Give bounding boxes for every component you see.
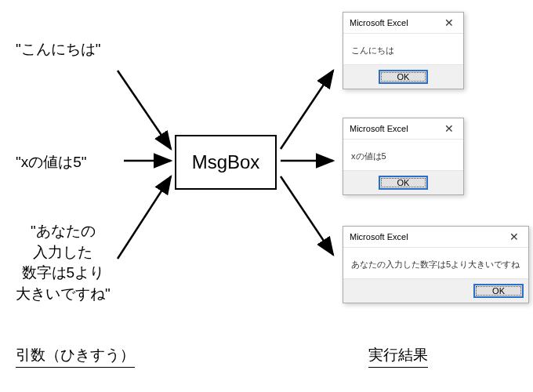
dialog-title-text: Microsoft Excel: [350, 18, 408, 27]
dialog-titlebar: Microsoft Excel ✕: [343, 118, 463, 140]
dialog-footer: OK: [343, 64, 463, 89]
dialog-title-text: Microsoft Excel: [350, 232, 408, 241]
ok-button[interactable]: OK: [473, 284, 524, 298]
close-icon[interactable]: ✕: [506, 230, 522, 243]
dialog-3: Microsoft Excel ✕ あなたの入力した数字は5より大きいですね O…: [343, 226, 529, 303]
svg-line-6: [281, 176, 333, 255]
input-text-3: "あなたの 入力した 数字は5より 大きいですね": [16, 221, 111, 304]
ok-button[interactable]: OK: [379, 176, 429, 190]
svg-line-4: [281, 71, 333, 149]
results-caption: 実行結果: [368, 345, 428, 368]
input-text-1: "こんにちは": [16, 39, 101, 60]
dialog-body-2: xの値は5: [343, 140, 463, 170]
close-icon[interactable]: ✕: [441, 122, 457, 135]
dialog-titlebar: Microsoft Excel ✕: [343, 227, 528, 248]
dialog-body-3: あなたの入力した数字は5より大きいですね: [343, 248, 528, 278]
arguments-caption: 引数（ひきすう）: [16, 345, 135, 368]
input-text-3-line2: 入力した: [33, 244, 92, 260]
input-text-2: "xの値は5": [16, 152, 87, 173]
dialog-2: Microsoft Excel ✕ xの値は5 OK: [343, 118, 464, 195]
close-icon[interactable]: ✕: [441, 16, 457, 29]
dialog-1: Microsoft Excel ✕ こんにちは OK: [343, 12, 464, 89]
dialog-body-1: こんにちは: [343, 34, 463, 64]
input-text-3-line3: 数字は5より: [22, 264, 105, 281]
msgbox-label: MsgBox: [192, 151, 260, 173]
dialog-title-text: Microsoft Excel: [350, 124, 408, 133]
dialog-titlebar: Microsoft Excel ✕: [343, 13, 463, 34]
input-text-3-line4: 大きいですね": [16, 285, 111, 302]
dialog-footer: OK: [343, 278, 528, 303]
svg-line-1: [118, 71, 171, 149]
msgbox-function-box: MsgBox: [175, 135, 277, 190]
input-text-3-line1: "あなたの: [31, 223, 96, 239]
svg-line-3: [118, 176, 171, 259]
dialog-footer: OK: [343, 170, 463, 194]
ok-button[interactable]: OK: [379, 70, 429, 84]
